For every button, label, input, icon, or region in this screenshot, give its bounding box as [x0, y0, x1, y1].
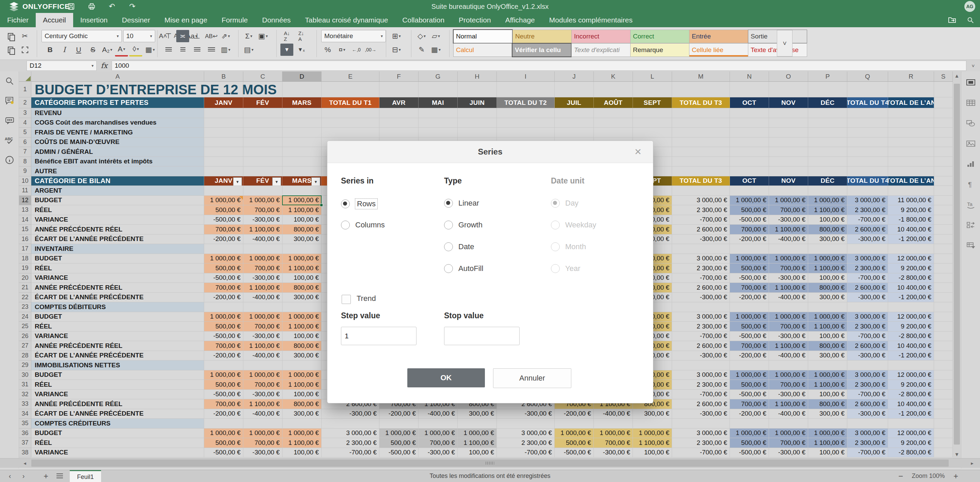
cell[interactable]: [672, 419, 730, 429]
value-cell[interactable]: -500,00 €: [730, 274, 769, 283]
value-cell[interactable]: 1 000,00 €: [769, 196, 808, 205]
value-cell[interactable]: -300,00 €: [769, 332, 808, 341]
value-cell[interactable]: 2 300,00 €: [847, 380, 888, 390]
value-cell[interactable]: 1 000,00 €: [204, 312, 243, 322]
month-header-TOTAL DU T2[interactable]: TOTAL DU T2: [497, 97, 555, 108]
row-header-34[interactable]: 34: [19, 409, 31, 419]
value-cell[interactable]: -300,00 €: [321, 409, 379, 419]
trend-checkbox[interactable]: [342, 295, 351, 304]
cell[interactable]: [730, 419, 769, 429]
value-cell[interactable]: 9 200,00 €: [888, 380, 934, 390]
cell[interactable]: [730, 186, 769, 196]
column-header-L[interactable]: L: [633, 72, 672, 82]
value-cell[interactable]: 800,00 €: [808, 283, 847, 293]
value-cell[interactable]: -500,00 €: [379, 448, 418, 458]
italic-icon[interactable]: I: [58, 44, 71, 56]
category-label[interactable]: COÛTS DE MAIN-D’ŒUVRE: [31, 137, 204, 147]
value-cell[interactable]: 12 000,00 €: [888, 371, 934, 380]
horizontal-scroll-thumb[interactable]: [31, 460, 949, 467]
value-cell[interactable]: 1 000,00 €: [769, 254, 808, 264]
cell[interactable]: [418, 108, 458, 118]
section-label[interactable]: ARGENT: [31, 186, 204, 196]
cell[interactable]: [934, 128, 953, 137]
value-cell[interactable]: -700,00 €: [672, 274, 730, 283]
value-cell[interactable]: 700,00 €: [594, 438, 633, 448]
cell[interactable]: [769, 302, 808, 312]
column-header-K[interactable]: K: [594, 72, 633, 82]
menu-item-protection[interactable]: Protection: [452, 13, 498, 27]
cell[interactable]: [730, 361, 769, 371]
month-header-DÉC[interactable]: DÉC: [808, 176, 847, 186]
value-cell[interactable]: 1 000,00 €: [282, 371, 321, 380]
cell[interactable]: [730, 244, 769, 254]
value-cell[interactable]: 500,00 €: [204, 322, 243, 332]
cell[interactable]: [808, 157, 847, 167]
value-cell[interactable]: -300,00 €: [847, 234, 888, 244]
cell[interactable]: [808, 302, 847, 312]
decrease-decimal-icon[interactable]: ←,0: [350, 44, 363, 56]
cell[interactable]: [672, 137, 730, 147]
formula-bar-collapse-icon[interactable]: ˅: [966, 63, 980, 69]
align-top-icon[interactable]: ⊤: [162, 30, 175, 42]
value-cell[interactable]: 1 000,00 €: [769, 429, 808, 438]
cell-style-v-rifier-la-cellu[interactable]: Vérifier la cellu: [512, 43, 572, 57]
cell[interactable]: [672, 108, 730, 118]
value-cell[interactable]: 1 000,00 €: [418, 429, 458, 438]
line-item-label[interactable]: VARIANCE: [31, 448, 204, 458]
cell[interactable]: [672, 361, 730, 371]
cell[interactable]: [934, 215, 953, 225]
cell[interactable]: [555, 128, 594, 137]
menu-item-insertion[interactable]: Insertion: [73, 13, 115, 27]
value-cell[interactable]: 1 100,00 €: [282, 438, 321, 448]
value-cell[interactable]: 1 000,00 €: [379, 429, 418, 438]
cell[interactable]: [934, 225, 953, 234]
row-header-5[interactable]: 5: [19, 128, 31, 137]
value-cell[interactable]: 11 000,00 €: [888, 196, 934, 205]
paragraph-settings-icon[interactable]: ¶: [961, 177, 980, 192]
cell[interactable]: [888, 302, 934, 312]
cell[interactable]: [808, 108, 847, 118]
value-cell[interactable]: 300,00 €: [808, 293, 847, 302]
bold-icon[interactable]: B: [43, 44, 56, 56]
cell[interactable]: [934, 419, 953, 429]
value-cell[interactable]: 2 300,00 €: [497, 438, 555, 448]
chat-icon[interactable]: [0, 113, 19, 128]
line-item-label[interactable]: VARIANCE: [31, 274, 204, 283]
cell[interactable]: [555, 108, 594, 118]
column-header-C[interactable]: C: [243, 72, 282, 82]
value-cell[interactable]: 700,00 €: [204, 399, 243, 409]
line-item-label[interactable]: RÉEL: [31, 380, 204, 390]
cell[interactable]: [379, 82, 418, 97]
value-cell[interactable]: 1 100,00 €: [769, 283, 808, 293]
cell[interactable]: [321, 419, 379, 429]
cell[interactable]: [847, 186, 888, 196]
cell[interactable]: [730, 82, 769, 97]
orientation-icon[interactable]: ⇗▾: [219, 30, 232, 42]
filter-button-icon[interactable]: ▼: [311, 177, 320, 186]
value-cell[interactable]: 700,00 €: [730, 341, 769, 351]
radio-button-icon[interactable]: [341, 221, 350, 229]
value-cell[interactable]: -200,00 €: [730, 409, 769, 419]
row-header-21[interactable]: 21: [19, 283, 31, 293]
cell[interactable]: [418, 419, 458, 429]
line-item-label[interactable]: BUDGET: [31, 371, 204, 380]
cell[interactable]: [808, 147, 847, 157]
value-cell[interactable]: 500,00 €: [730, 380, 769, 390]
font-size-select[interactable]: 10▾: [123, 30, 155, 42]
value-cell[interactable]: 700,00 €: [243, 322, 282, 332]
line-item-label[interactable]: VARIANCE: [31, 215, 204, 225]
value-cell[interactable]: 100,00 €: [633, 448, 672, 458]
row-header-2[interactable]: 2: [19, 97, 31, 108]
value-cell[interactable]: -200,00 €: [730, 234, 769, 244]
cell-style-remarque[interactable]: Remarque: [630, 43, 689, 57]
menu-item-modules-compl-mentaires[interactable]: Modules complémentaires: [542, 13, 640, 27]
cell[interactable]: [633, 108, 672, 118]
line-item-label[interactable]: ÉCART DE L’ANNÉE PRÉCÉDENTE: [31, 293, 204, 302]
cell[interactable]: [934, 332, 953, 341]
cell[interactable]: [282, 186, 321, 196]
select-all-icon[interactable]: [18, 44, 31, 56]
value-cell[interactable]: 500,00 €: [204, 438, 243, 448]
value-cell[interactable]: 2 300,00 €: [847, 205, 888, 215]
cell[interactable]: [672, 302, 730, 312]
row-header-19[interactable]: 19: [19, 264, 31, 274]
